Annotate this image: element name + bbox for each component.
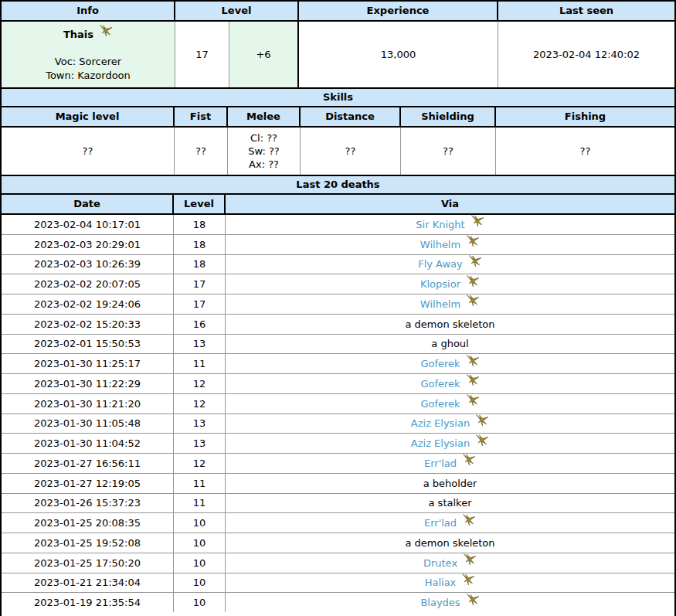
player-link[interactable]: Haliax (425, 577, 457, 588)
player-link[interactable]: Blaydes (420, 597, 460, 608)
death-level: 10 (174, 533, 226, 553)
death-level: 13 (174, 434, 226, 453)
death-level: 17 (174, 294, 226, 314)
golden-bird-icon (466, 394, 480, 407)
death-level: 11 (174, 474, 226, 493)
table-row: 2023-02-02 15:20:33 16 a demon skeleton (2, 315, 674, 335)
death-date: 2023-01-27 12:19:05 (2, 474, 174, 493)
character-last-seen-cell: 2023-02-04 12:40:02 (498, 22, 674, 87)
player-link[interactable]: Err'lad (424, 517, 457, 529)
experience-header-cell: Experience (299, 2, 498, 20)
death-level: 13 (174, 335, 226, 354)
character-name-row: Thais (63, 28, 113, 40)
death-level: 11 (174, 354, 226, 373)
death-via-cell: Aziz Elysian (226, 434, 674, 453)
player-link[interactable]: Drutex (423, 557, 457, 569)
player-link[interactable]: Wilhelm (420, 239, 460, 250)
death-date: 2023-01-26 15:37:23 (2, 494, 174, 513)
death-via-cell: Aziz Elysian (226, 414, 674, 434)
death-via-cell: a ghoul (226, 335, 674, 354)
death-date: 2023-02-01 15:50:53 (2, 335, 174, 354)
death-date: 2023-02-03 20:29:01 (2, 235, 174, 254)
last-seen-header-cell: Last seen (498, 2, 674, 20)
death-level: 18 (174, 235, 226, 254)
death-via-cell: Err'lad (226, 513, 674, 533)
player-link[interactable]: Goferek (420, 358, 460, 369)
golden-bird-icon (462, 454, 476, 466)
death-date: 2023-02-02 19:24:06 (2, 294, 174, 314)
character-level-cell: 17 (175, 22, 229, 87)
date-header-cell: Date (2, 195, 174, 213)
monster-name: a beholder (423, 478, 477, 489)
character-name: Thais (63, 29, 93, 40)
player-link[interactable]: Fly Away (418, 258, 463, 270)
player-link[interactable]: Goferek (420, 398, 460, 410)
magic-level-value: ?? (2, 128, 175, 175)
info-table-header: Info Level Experience Last seen (2, 2, 674, 22)
death-via-cell: Goferek (226, 374, 674, 393)
info-table-row: Thais Voc: Sorcerer Town: Kazordoon 17 +… (2, 22, 674, 89)
table-row: 2023-01-27 12:19:05 11 a beholder (2, 474, 674, 494)
death-level: 10 (174, 573, 226, 593)
table-row: 2023-01-30 11:05:48 13 Aziz Elysian (2, 414, 674, 434)
shielding-header-cell: Shielding (401, 107, 496, 126)
death-level: 17 (174, 274, 226, 294)
golden-bird-icon (475, 414, 489, 427)
character-info-cell: Thais Voc: Sorcerer Town: Kazordoon (2, 22, 175, 87)
death-date: 2023-02-04 10:17:01 (2, 215, 174, 234)
fishing-header-cell: Fishing (496, 107, 674, 126)
player-link[interactable]: Sir Knight (416, 219, 464, 230)
death-date: 2023-01-30 11:22:29 (2, 374, 174, 393)
death-date: 2023-01-30 11:25:17 (2, 354, 174, 373)
player-link[interactable]: Aziz Elysian (411, 437, 470, 449)
golden-bird-icon (466, 294, 480, 307)
death-via-cell: Klopsior (226, 274, 674, 294)
death-via-cell: Blaydes (226, 593, 674, 612)
death-level-header-cell: Level (174, 195, 226, 213)
death-date: 2023-01-21 21:34:04 (2, 573, 174, 593)
death-date: 2023-01-30 11:05:48 (2, 414, 174, 434)
level-header-cell: Level (175, 2, 299, 20)
death-level: 18 (174, 215, 226, 234)
death-level: 12 (174, 454, 226, 473)
table-row: 2023-01-25 17:50:20 10 Drutex (2, 553, 674, 573)
golden-bird-icon (462, 514, 476, 526)
death-date: 2023-01-19 21:35:54 (2, 593, 174, 612)
skills-table-header: Magic level Fist Melee Distance Shieldin… (2, 107, 674, 128)
death-date: 2023-02-02 20:07:05 (2, 274, 174, 294)
death-via-cell: Haliax (226, 573, 674, 593)
golden-bird-icon (475, 434, 489, 447)
death-via-cell: a demon skeleton (226, 533, 674, 553)
golden-bird-icon (461, 573, 475, 586)
death-via-cell: a beholder (226, 474, 674, 493)
golden-bird-icon (466, 594, 480, 606)
skills-table-row: ?? ?? Cl: ?? Sw: ?? Ax: ?? ?? ?? ?? (2, 128, 674, 176)
player-link[interactable]: Klopsior (420, 278, 460, 290)
death-via-cell: Sir Knight (226, 215, 674, 234)
character-experience-cell: 13,000 (299, 22, 498, 87)
deaths-table-header: Date Level Via (2, 195, 674, 215)
fishing-value: ?? (496, 128, 674, 175)
character-level-bonus-cell: +6 (229, 22, 299, 87)
death-level: 18 (174, 255, 226, 274)
death-via-cell: Wilhelm (226, 235, 674, 254)
via-header-cell: Via (226, 195, 674, 213)
golden-bird-icon (470, 215, 484, 227)
table-row: 2023-01-30 11:22:29 12 Goferek (2, 374, 674, 394)
player-link[interactable]: Wilhelm (420, 298, 460, 310)
fist-header-cell: Fist (175, 107, 228, 126)
table-row: 2023-01-25 19:52:08 10 a demon skeleton (2, 533, 674, 553)
death-date: 2023-01-30 11:21:20 (2, 394, 174, 414)
death-level: 13 (174, 414, 226, 434)
table-row: 2023-02-04 10:17:01 18 Sir Knight (2, 215, 674, 235)
table-row: 2023-02-03 10:26:39 18 Fly Away (2, 255, 674, 275)
table-row: 2023-01-30 11:21:20 12 Goferek (2, 394, 674, 414)
golden-bird-icon (466, 374, 480, 386)
character-vocation: Voc: Sorcerer (55, 55, 121, 69)
player-link[interactable]: Err'lad (424, 458, 457, 469)
death-level: 12 (174, 394, 226, 414)
player-link[interactable]: Aziz Elysian (411, 417, 470, 429)
monster-name: a demon skeleton (405, 318, 494, 330)
player-link[interactable]: Goferek (420, 378, 460, 390)
death-date: 2023-01-27 16:56:11 (2, 454, 174, 473)
